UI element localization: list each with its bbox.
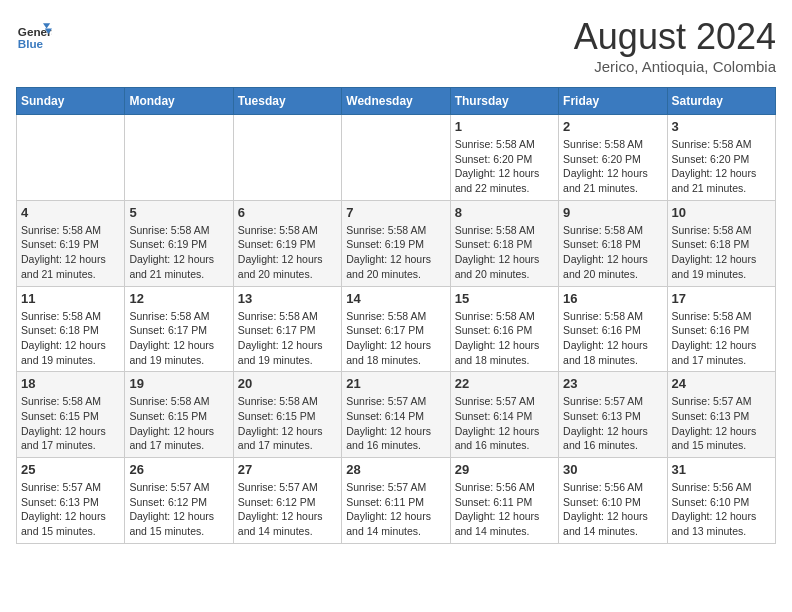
- day-number: 13: [238, 291, 337, 306]
- calendar-cell: 7Sunrise: 5:58 AM Sunset: 6:19 PM Daylig…: [342, 200, 450, 286]
- day-info: Sunrise: 5:58 AM Sunset: 6:15 PM Dayligh…: [238, 394, 337, 453]
- week-row-4: 18Sunrise: 5:58 AM Sunset: 6:15 PM Dayli…: [17, 372, 776, 458]
- calendar-cell: 6Sunrise: 5:58 AM Sunset: 6:19 PM Daylig…: [233, 200, 341, 286]
- day-number: 3: [672, 119, 771, 134]
- day-info: Sunrise: 5:57 AM Sunset: 6:13 PM Dayligh…: [563, 394, 662, 453]
- calendar-cell: 28Sunrise: 5:57 AM Sunset: 6:11 PM Dayli…: [342, 458, 450, 544]
- calendar-cell: 30Sunrise: 5:56 AM Sunset: 6:10 PM Dayli…: [559, 458, 667, 544]
- day-info: Sunrise: 5:58 AM Sunset: 6:16 PM Dayligh…: [672, 309, 771, 368]
- day-info: Sunrise: 5:58 AM Sunset: 6:18 PM Dayligh…: [563, 223, 662, 282]
- week-row-3: 11Sunrise: 5:58 AM Sunset: 6:18 PM Dayli…: [17, 286, 776, 372]
- day-info: Sunrise: 5:58 AM Sunset: 6:18 PM Dayligh…: [21, 309, 120, 368]
- week-row-2: 4Sunrise: 5:58 AM Sunset: 6:19 PM Daylig…: [17, 200, 776, 286]
- day-number: 6: [238, 205, 337, 220]
- day-number: 7: [346, 205, 445, 220]
- calendar-cell: [17, 115, 125, 201]
- calendar-cell: 31Sunrise: 5:56 AM Sunset: 6:10 PM Dayli…: [667, 458, 775, 544]
- day-number: 29: [455, 462, 554, 477]
- calendar-cell: 18Sunrise: 5:58 AM Sunset: 6:15 PM Dayli…: [17, 372, 125, 458]
- calendar-cell: 5Sunrise: 5:58 AM Sunset: 6:19 PM Daylig…: [125, 200, 233, 286]
- day-info: Sunrise: 5:57 AM Sunset: 6:13 PM Dayligh…: [21, 480, 120, 539]
- day-info: Sunrise: 5:56 AM Sunset: 6:10 PM Dayligh…: [563, 480, 662, 539]
- calendar-cell: 14Sunrise: 5:58 AM Sunset: 6:17 PM Dayli…: [342, 286, 450, 372]
- calendar-cell: 25Sunrise: 5:57 AM Sunset: 6:13 PM Dayli…: [17, 458, 125, 544]
- calendar-cell: 21Sunrise: 5:57 AM Sunset: 6:14 PM Dayli…: [342, 372, 450, 458]
- day-info: Sunrise: 5:58 AM Sunset: 6:19 PM Dayligh…: [346, 223, 445, 282]
- calendar-cell: 22Sunrise: 5:57 AM Sunset: 6:14 PM Dayli…: [450, 372, 558, 458]
- weekday-header-monday: Monday: [125, 88, 233, 115]
- day-number: 11: [21, 291, 120, 306]
- day-number: 28: [346, 462, 445, 477]
- day-number: 2: [563, 119, 662, 134]
- calendar-table: SundayMondayTuesdayWednesdayThursdayFrid…: [16, 87, 776, 544]
- day-number: 25: [21, 462, 120, 477]
- weekday-header-wednesday: Wednesday: [342, 88, 450, 115]
- calendar-cell: [342, 115, 450, 201]
- day-number: 18: [21, 376, 120, 391]
- day-info: Sunrise: 5:56 AM Sunset: 6:11 PM Dayligh…: [455, 480, 554, 539]
- day-number: 27: [238, 462, 337, 477]
- day-number: 17: [672, 291, 771, 306]
- day-info: Sunrise: 5:58 AM Sunset: 6:16 PM Dayligh…: [563, 309, 662, 368]
- day-info: Sunrise: 5:58 AM Sunset: 6:18 PM Dayligh…: [672, 223, 771, 282]
- calendar-cell: 17Sunrise: 5:58 AM Sunset: 6:16 PM Dayli…: [667, 286, 775, 372]
- day-info: Sunrise: 5:58 AM Sunset: 6:19 PM Dayligh…: [238, 223, 337, 282]
- calendar-cell: 26Sunrise: 5:57 AM Sunset: 6:12 PM Dayli…: [125, 458, 233, 544]
- day-info: Sunrise: 5:58 AM Sunset: 6:19 PM Dayligh…: [21, 223, 120, 282]
- calendar-cell: 4Sunrise: 5:58 AM Sunset: 6:19 PM Daylig…: [17, 200, 125, 286]
- title-block: August 2024 Jerico, Antioquia, Colombia: [574, 16, 776, 75]
- calendar-body: 1Sunrise: 5:58 AM Sunset: 6:20 PM Daylig…: [17, 115, 776, 544]
- day-info: Sunrise: 5:57 AM Sunset: 6:11 PM Dayligh…: [346, 480, 445, 539]
- day-number: 24: [672, 376, 771, 391]
- day-info: Sunrise: 5:58 AM Sunset: 6:20 PM Dayligh…: [455, 137, 554, 196]
- weekday-header-saturday: Saturday: [667, 88, 775, 115]
- day-info: Sunrise: 5:57 AM Sunset: 6:14 PM Dayligh…: [455, 394, 554, 453]
- day-number: 10: [672, 205, 771, 220]
- day-number: 19: [129, 376, 228, 391]
- calendar-cell: 29Sunrise: 5:56 AM Sunset: 6:11 PM Dayli…: [450, 458, 558, 544]
- day-number: 22: [455, 376, 554, 391]
- day-info: Sunrise: 5:58 AM Sunset: 6:17 PM Dayligh…: [346, 309, 445, 368]
- day-info: Sunrise: 5:58 AM Sunset: 6:17 PM Dayligh…: [129, 309, 228, 368]
- page-title: August 2024: [574, 16, 776, 58]
- calendar-cell: 15Sunrise: 5:58 AM Sunset: 6:16 PM Dayli…: [450, 286, 558, 372]
- day-number: 21: [346, 376, 445, 391]
- calendar-cell: 23Sunrise: 5:57 AM Sunset: 6:13 PM Dayli…: [559, 372, 667, 458]
- day-info: Sunrise: 5:58 AM Sunset: 6:20 PM Dayligh…: [672, 137, 771, 196]
- day-number: 9: [563, 205, 662, 220]
- day-info: Sunrise: 5:57 AM Sunset: 6:12 PM Dayligh…: [129, 480, 228, 539]
- day-info: Sunrise: 5:58 AM Sunset: 6:15 PM Dayligh…: [21, 394, 120, 453]
- day-number: 15: [455, 291, 554, 306]
- calendar-cell: 12Sunrise: 5:58 AM Sunset: 6:17 PM Dayli…: [125, 286, 233, 372]
- day-info: Sunrise: 5:56 AM Sunset: 6:10 PM Dayligh…: [672, 480, 771, 539]
- calendar-cell: 11Sunrise: 5:58 AM Sunset: 6:18 PM Dayli…: [17, 286, 125, 372]
- calendar-cell: 1Sunrise: 5:58 AM Sunset: 6:20 PM Daylig…: [450, 115, 558, 201]
- calendar-cell: 24Sunrise: 5:57 AM Sunset: 6:13 PM Dayli…: [667, 372, 775, 458]
- page-subtitle: Jerico, Antioquia, Colombia: [574, 58, 776, 75]
- day-info: Sunrise: 5:58 AM Sunset: 6:15 PM Dayligh…: [129, 394, 228, 453]
- calendar-cell: 9Sunrise: 5:58 AM Sunset: 6:18 PM Daylig…: [559, 200, 667, 286]
- day-number: 5: [129, 205, 228, 220]
- weekday-header-friday: Friday: [559, 88, 667, 115]
- calendar-cell: [125, 115, 233, 201]
- day-info: Sunrise: 5:58 AM Sunset: 6:19 PM Dayligh…: [129, 223, 228, 282]
- week-row-5: 25Sunrise: 5:57 AM Sunset: 6:13 PM Dayli…: [17, 458, 776, 544]
- calendar-cell: 2Sunrise: 5:58 AM Sunset: 6:20 PM Daylig…: [559, 115, 667, 201]
- calendar-cell: 27Sunrise: 5:57 AM Sunset: 6:12 PM Dayli…: [233, 458, 341, 544]
- logo: General Blue: [16, 16, 52, 52]
- day-info: Sunrise: 5:57 AM Sunset: 6:12 PM Dayligh…: [238, 480, 337, 539]
- logo-icon: General Blue: [16, 16, 52, 52]
- day-number: 4: [21, 205, 120, 220]
- day-number: 8: [455, 205, 554, 220]
- day-number: 1: [455, 119, 554, 134]
- day-info: Sunrise: 5:58 AM Sunset: 6:18 PM Dayligh…: [455, 223, 554, 282]
- page-header: General Blue August 2024 Jerico, Antioqu…: [16, 16, 776, 75]
- day-info: Sunrise: 5:58 AM Sunset: 6:17 PM Dayligh…: [238, 309, 337, 368]
- day-number: 16: [563, 291, 662, 306]
- day-number: 23: [563, 376, 662, 391]
- day-info: Sunrise: 5:58 AM Sunset: 6:16 PM Dayligh…: [455, 309, 554, 368]
- day-number: 26: [129, 462, 228, 477]
- weekday-header-thursday: Thursday: [450, 88, 558, 115]
- day-number: 12: [129, 291, 228, 306]
- day-number: 30: [563, 462, 662, 477]
